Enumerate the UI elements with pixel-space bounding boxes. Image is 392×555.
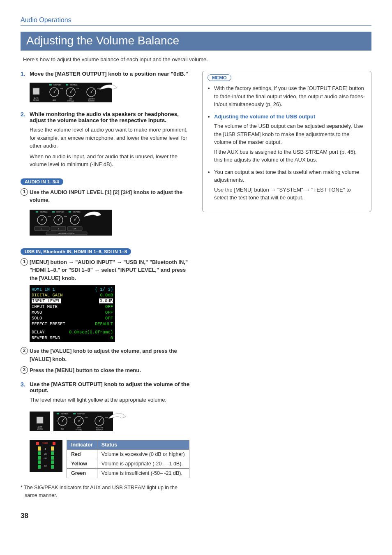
circled-2b: 2 (21, 347, 28, 354)
footnote: * The SIG/PEAK indicators for AUX and US… (21, 484, 190, 500)
svg-text:0dB: 0dB (76, 88, 79, 90)
svg-rect-1 (33, 88, 39, 95)
menu-screenshot: HDMI IN 1( 1/ 3) DIGITAL GAIN0.0dB INPUT… (30, 285, 115, 342)
step-number-1: 1. (21, 71, 30, 77)
circled-3b: 3 (21, 366, 28, 374)
circled-1b: 1 (21, 258, 28, 266)
panel-diagram-master-output: AUTO MIXING SIG/PEAK SIG/PEAK 0dB AUX 0d… (30, 81, 190, 105)
page-title: Adjusting the Volume Balance (21, 32, 371, 51)
substep-usb-3: Press the [MENU] button to close the men… (30, 366, 141, 375)
substep-usb-2: Use the [VALUE] knob to adjust the volum… (30, 347, 190, 363)
svg-text:SIG/PEAK: SIG/PEAK (56, 211, 64, 213)
svg-rect-85 (51, 451, 54, 455)
svg-rect-4 (49, 84, 52, 86)
svg-text:0dB: 0dB (105, 416, 108, 419)
table-row: Yellow Volume is appropriate (-20 – -1 d… (67, 459, 189, 469)
arrow-icon: → (95, 266, 100, 274)
substep-audio-in-1: Use the AUDIO INPUT LEVEL [1] [2] [3/4] … (30, 188, 190, 204)
svg-rect-87 (38, 456, 41, 460)
svg-rect-28 (52, 211, 55, 213)
svg-rect-90 (38, 460, 41, 464)
panel-diagram-audio-input-level: SIG/PEAK SIG/PEAK SIG/PEAK 0dB 0dB 1 (30, 208, 190, 238)
svg-rect-79 (36, 442, 39, 445)
svg-text:0dB: 0dB (48, 215, 51, 217)
svg-rect-84 (38, 451, 41, 455)
svg-text:0dB: 0dB (68, 416, 71, 419)
svg-rect-56 (57, 413, 59, 414)
arrow-icon: → (270, 186, 276, 194)
table-header-status: Status (97, 440, 189, 450)
arrow-icon: → (117, 258, 122, 266)
step-2-body-2: When no audio is input, and for audio th… (30, 153, 190, 169)
svg-rect-81 (38, 446, 41, 451)
pill-audio-in: AUDIO IN 1–3/4 (21, 178, 63, 185)
svg-text:AUX: AUX (53, 99, 56, 101)
svg-rect-82 (51, 446, 54, 451)
svg-text:-30: -30 (44, 457, 46, 460)
table-row: Red Volume is excessive (0 dB or higher) (67, 450, 189, 459)
intro-text: Here's how to adjust the volume balance … (23, 56, 371, 62)
svg-rect-80 (53, 442, 55, 445)
svg-text:SIG/PEAK: SIG/PEAK (77, 413, 85, 415)
step-3-body-1: The level meter will light yellow at the… (30, 396, 190, 404)
substep-usb-1: [MENU] button → "AUDIO INPUT" → "USB IN,… (30, 258, 190, 282)
memo-bullet-3: You can output a test tone that is usefu… (214, 168, 366, 202)
page-number: 38 (21, 512, 371, 520)
step-title-2: While monitoring the audio via speakers … (30, 111, 190, 123)
svg-text:SIG/PEAK: SIG/PEAK (53, 84, 61, 86)
svg-text:OVER: OVER (42, 442, 48, 444)
svg-text:OUTPUT: OUTPUT (88, 100, 95, 102)
svg-text:AUX: AUX (61, 428, 65, 430)
svg-text:-8: -8 (44, 448, 46, 450)
table-row: Green Volume is insufficient (-50– -21 d… (67, 469, 189, 478)
svg-text:STREAM: STREAM (76, 429, 83, 431)
arrow-icon: → (304, 186, 310, 194)
svg-rect-30 (69, 211, 71, 213)
memo-bullet-2: Adjusting the volume of the USB output T… (214, 113, 366, 164)
svg-text:0dB: 0dB (85, 416, 88, 419)
step-number-3: 3. (21, 381, 30, 393)
svg-rect-77 (30, 440, 62, 472)
svg-rect-52 (37, 417, 43, 423)
level-meter-diagram: OVER -8 -20 -30 -50 (30, 440, 62, 473)
memo-box: MEMO With the factory settings, if you u… (202, 71, 371, 212)
svg-text:1: 1 (42, 227, 43, 230)
step-title-1: Move the [MASTER OUTPUT] knob to a posit… (30, 71, 188, 77)
memo-label: MEMO (208, 74, 231, 81)
pill-usb-in: USB IN, Bluetooth IN, HDMI IN 1–8, SDI I… (21, 248, 131, 255)
svg-text:2: 2 (58, 227, 59, 230)
table-header-indicator: Indicator (67, 440, 97, 450)
svg-rect-93 (38, 465, 41, 469)
step-title-3: Use the [MASTER OUTPUT] knob to adjust t… (30, 381, 190, 393)
svg-text:-20: -20 (44, 453, 46, 455)
step-2-body-1: Raise the volume level of audio you want… (30, 126, 190, 150)
svg-text:STREAM: STREAM (67, 100, 74, 102)
step-number-2: 2. (21, 111, 30, 123)
svg-rect-6 (66, 84, 68, 86)
svg-rect-94 (51, 465, 54, 469)
indicator-table: Indicator Status Red Volume is excessive… (67, 440, 189, 478)
svg-rect-91 (51, 460, 54, 464)
svg-text:OUTPUT: OUTPUT (96, 429, 103, 431)
svg-text:3/4: 3/4 (74, 227, 76, 230)
section-label: Audio Operations (21, 16, 371, 26)
svg-text:SIG/PEAK: SIG/PEAK (61, 413, 69, 415)
svg-text:-50: -50 (44, 465, 46, 467)
svg-text:0dB: 0dB (64, 215, 67, 217)
svg-text:SIG/PEAK: SIG/PEAK (70, 84, 78, 86)
circled-1a: 1 (21, 188, 28, 196)
svg-text:SIG/PEAK: SIG/PEAK (40, 211, 48, 213)
svg-text:SIG/PEAK: SIG/PEAK (73, 211, 81, 213)
panel-diagram-master-output-2: AUTO MIXING SIG/PEAK SIG/PEAK 0dB AUX 0d… (30, 409, 190, 434)
arrow-icon: → (69, 258, 74, 266)
svg-text:MIXING: MIXING (33, 99, 39, 101)
svg-rect-58 (73, 413, 76, 414)
svg-rect-26 (36, 211, 38, 213)
svg-text:AUDIO INPUT LEVEL: AUDIO INPUT LEVEL (58, 232, 75, 234)
svg-text:0dB: 0dB (60, 88, 63, 90)
svg-rect-88 (51, 456, 54, 460)
memo-bullet-1: With the factory settings, if you use th… (214, 84, 366, 109)
svg-text:MIXING: MIXING (37, 428, 43, 430)
